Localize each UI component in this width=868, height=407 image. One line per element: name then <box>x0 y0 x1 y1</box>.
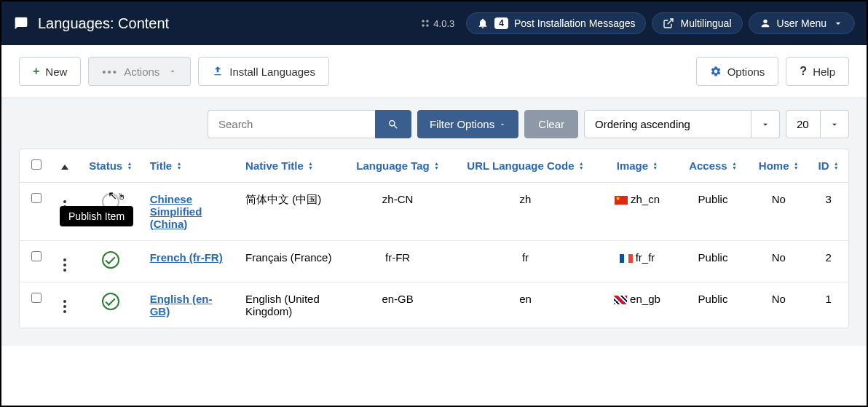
col-image[interactable]: Image <box>597 149 677 183</box>
col-status[interactable]: Status <box>79 149 143 183</box>
ellipsis-icon: ••• <box>102 66 118 78</box>
title-link[interactable]: French (fr-FR) <box>150 251 223 264</box>
flag-icon <box>615 196 628 205</box>
access-level: Public <box>677 183 749 241</box>
svg-point-1 <box>427 20 430 23</box>
bell-icon <box>477 17 489 29</box>
status-toggle[interactable] <box>102 251 119 269</box>
question-icon: ? <box>800 65 807 78</box>
actions-label: Actions <box>124 66 159 78</box>
title-link[interactable]: English (en-GB) <box>150 293 213 317</box>
flag-icon <box>620 254 633 263</box>
sort-icon <box>834 162 839 170</box>
access-level: Public <box>677 241 749 282</box>
limit-select[interactable]: 20 <box>786 110 849 138</box>
toolbar-left: + New ••• Actions Install Languages <box>19 57 329 86</box>
row-checkbox[interactable] <box>31 193 42 203</box>
help-button[interactable]: ? Help <box>786 57 849 86</box>
toolbar: + New ••• Actions Install Languages Opti… <box>1 45 867 98</box>
col-native[interactable]: Native Title <box>238 149 342 183</box>
ordering-select[interactable]: Ordering ascending <box>584 110 780 138</box>
check-all[interactable] <box>31 159 42 170</box>
user-menu-button[interactable]: User Menu <box>749 12 855 34</box>
content-area: Filter Options Clear Ordering ascending … <box>1 98 867 346</box>
native-title: English (United Kingdom) <box>238 282 342 328</box>
search-input[interactable] <box>208 110 375 138</box>
col-access[interactable]: Access <box>677 149 749 183</box>
help-label: Help <box>813 66 835 78</box>
version-badge[interactable]: 4.0.3 <box>420 18 454 29</box>
notifications-button[interactable]: 4 Post Installation Messages <box>466 12 646 34</box>
options-label: Options <box>727 66 765 78</box>
chevron-down-icon <box>829 119 840 130</box>
url-code: en <box>454 282 598 328</box>
new-button[interactable]: + New <box>19 57 81 86</box>
filter-options-button[interactable]: Filter Options <box>417 110 518 138</box>
top-header: Languages: Content 4.0.3 4 Post Installa… <box>1 1 867 45</box>
cursor-hand-icon: ↖🖱 <box>108 189 126 202</box>
image-code: fr_fr <box>597 241 677 282</box>
gear-icon <box>710 66 722 77</box>
col-id[interactable]: ID <box>808 149 848 183</box>
table-row: English (en-GB) English (United Kingdom)… <box>20 282 848 328</box>
col-home[interactable]: Home <box>749 149 808 183</box>
url-code: fr <box>454 241 598 282</box>
table-row: French (fr-FR) Français (France) fr-FR f… <box>20 241 848 282</box>
clear-button[interactable]: Clear <box>524 110 578 138</box>
row-actions-icon[interactable] <box>63 300 66 313</box>
status-toggle[interactable] <box>102 293 119 310</box>
image-code: zh_cn <box>597 183 677 241</box>
install-languages-button[interactable]: Install Languages <box>198 57 329 86</box>
toolbar-right: Options ? Help <box>696 57 849 86</box>
multilingual-button[interactable]: Multilingual <box>652 12 742 34</box>
ordering-value: Ordering ascending <box>584 110 751 138</box>
table-wrap: Status Title Native Title Language Tag U… <box>19 149 849 328</box>
col-title[interactable]: Title <box>143 149 238 183</box>
lang-tag: zh-CN <box>342 183 453 241</box>
url-code: zh <box>454 183 598 241</box>
options-button[interactable]: Options <box>696 57 779 86</box>
home-value: No <box>749 183 808 241</box>
notif-count: 4 <box>494 17 508 29</box>
ordering-chevron[interactable] <box>751 110 780 138</box>
svg-point-2 <box>422 24 425 27</box>
plus-icon: + <box>33 65 39 78</box>
svg-point-3 <box>427 24 430 27</box>
limit-value: 20 <box>786 110 821 138</box>
id-value: 3 <box>808 183 848 241</box>
chevron-down-icon <box>832 17 844 29</box>
table-header-row: Status Title Native Title Language Tag U… <box>20 149 848 183</box>
languages-table: Status Title Native Title Language Tag U… <box>20 149 848 328</box>
lang-tag: fr-FR <box>342 241 453 282</box>
col-order[interactable] <box>52 149 79 183</box>
table-body: ↖🖱 Publish Item Chinese Simplified (Chin… <box>20 183 848 328</box>
image-code: en_gb <box>597 282 677 328</box>
row-actions-icon[interactable] <box>63 258 66 272</box>
search-button[interactable] <box>375 110 411 138</box>
sort-icon <box>794 162 799 170</box>
header-actions: 4.0.3 4 Post Installation Messages Multi… <box>420 12 855 34</box>
row-checkbox[interactable] <box>31 293 42 303</box>
home-value: No <box>749 282 808 328</box>
col-checkbox <box>20 149 52 183</box>
col-url[interactable]: URL Language Code <box>454 149 598 183</box>
multilingual-label: Multilingual <box>680 17 731 29</box>
header-title-wrap: Languages: Content <box>13 15 169 32</box>
native-title: 简体中文 (中国) <box>238 183 342 241</box>
actions-button[interactable]: ••• Actions <box>88 57 191 86</box>
sort-asc-icon <box>61 165 68 170</box>
title-link[interactable]: Chinese Simplified (China) <box>150 193 202 230</box>
svg-point-4 <box>763 20 767 23</box>
col-tag[interactable]: Language Tag <box>342 149 453 183</box>
version-text: 4.0.3 <box>433 18 454 29</box>
search-wrap <box>208 110 411 138</box>
tooltip: Publish Item <box>60 206 133 226</box>
flag-icon <box>614 296 627 304</box>
id-value: 2 <box>808 241 848 282</box>
row-checkbox[interactable] <box>31 251 42 261</box>
chevron-down-icon <box>168 67 177 76</box>
limit-chevron[interactable] <box>821 110 849 138</box>
access-level: Public <box>677 282 749 328</box>
sort-icon <box>308 162 313 170</box>
check-icon <box>106 254 116 264</box>
